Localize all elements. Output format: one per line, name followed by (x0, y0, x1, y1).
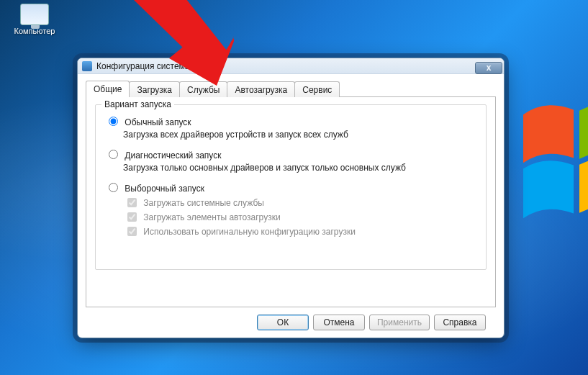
ok-button[interactable]: ОК (257, 315, 309, 330)
desktop-icon-computer[interactable]: Компьютер (13, 4, 56, 35)
check-load-startup-label: Загружать элементы автозагрузки (143, 212, 280, 222)
dialog-buttons: ОК Отмена Применить Справка (86, 307, 496, 330)
cancel-button[interactable]: Отмена (313, 315, 365, 330)
radio-selective[interactable] (109, 183, 118, 192)
check-load-startup-row: Загружать элементы автозагрузки (127, 212, 477, 222)
check-original-boot (127, 227, 137, 236)
dialog-content: Общие Загрузка Службы Автозагрузка Серви… (78, 74, 504, 330)
app-icon (82, 61, 92, 71)
check-load-services (127, 198, 137, 207)
tab-services[interactable]: Службы (179, 81, 227, 97)
tab-strip: Общие Загрузка Службы Автозагрузка Серви… (86, 81, 496, 97)
check-load-services-label: Загружать системные службы (143, 198, 264, 208)
check-load-services-row: Загружать системные службы (127, 198, 477, 208)
tab-panel-general: Вариант запуска Обычный запуск Загрузка … (86, 96, 496, 307)
radio-normal[interactable] (109, 117, 118, 126)
titlebar[interactable]: Конфигурация системы (78, 58, 504, 74)
tab-startup[interactable]: Автозагрузка (227, 81, 295, 97)
close-button[interactable]: х (475, 62, 502, 74)
option-diagnostic-startup: Диагностический запуск Загрузка только о… (109, 150, 477, 173)
option-normal-desc: Загрузка всех драйверов устройств и запу… (123, 130, 477, 140)
option-selective-startup: Выборочный запуск Загружать системные сл… (109, 183, 477, 237)
computer-icon (20, 4, 49, 25)
help-button[interactable]: Справка (434, 315, 486, 330)
group-legend: Вариант запуска (101, 99, 174, 109)
tab-tools[interactable]: Сервис (294, 81, 340, 97)
check-original-boot-row: Использовать оригинальную конфигурацию з… (127, 227, 477, 237)
radio-selective-text: Выборочный запуск (125, 184, 204, 194)
tab-general[interactable]: Общие (86, 81, 130, 97)
windows-logo (516, 94, 588, 252)
option-normal-startup: Обычный запуск Загрузка всех драйверов у… (109, 117, 477, 140)
option-diagnostic-desc: Загрузка только основных драйверов и зап… (123, 163, 477, 173)
radio-selective-label[interactable]: Выборочный запуск (109, 184, 204, 194)
radio-normal-label[interactable]: Обычный запуск (109, 117, 191, 127)
apply-button: Применить (369, 315, 430, 330)
check-original-boot-label: Использовать оригинальную конфигурацию з… (143, 227, 356, 237)
startup-selection-group: Вариант запуска Обычный запуск Загрузка … (95, 104, 487, 270)
tab-boot[interactable]: Загрузка (129, 81, 180, 97)
radio-diagnostic-label[interactable]: Диагностический запуск (109, 150, 221, 161)
check-load-startup (127, 212, 137, 222)
radio-diagnostic[interactable] (109, 150, 118, 159)
msconfig-dialog: Конфигурация системы Общие Загрузка Служ… (77, 58, 505, 338)
window-title: Конфигурация системы (96, 61, 191, 71)
radio-normal-text: Обычный запуск (125, 117, 191, 127)
radio-diagnostic-text: Диагностический запуск (125, 150, 221, 161)
